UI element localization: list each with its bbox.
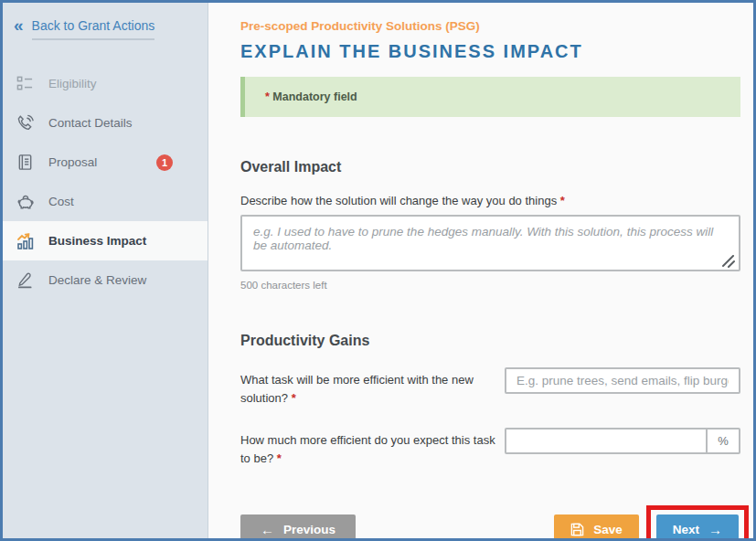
percent-unit-addon: % [706, 430, 739, 452]
overall-impact-textarea[interactable] [240, 215, 740, 271]
save-button[interactable]: Save [554, 514, 639, 541]
required-asterisk: * [560, 194, 565, 207]
sidebar-menu: Eligibility Contact Details [3, 64, 208, 300]
sidebar-item-proposal[interactable]: Proposal 1 [3, 143, 208, 182]
arrow-right-icon: → [708, 522, 722, 537]
task-efficiency-input[interactable] [505, 367, 740, 394]
task-efficiency-label: What task will be more efficient with th… [240, 367, 505, 408]
sidebar-item-declare-review[interactable]: Declare & Review [3, 260, 208, 300]
back-to-grant-actions-link[interactable]: « Back to Grant Actions [3, 3, 208, 49]
mandatory-field-banner: * Mandatory field [240, 77, 740, 117]
next-button-label: Next [673, 523, 699, 536]
form-footer: ← Previous Save Next → [240, 514, 740, 541]
efficiency-percent-input[interactable] [506, 430, 706, 452]
bar-chart-icon [16, 231, 35, 250]
overall-impact-label: Describe how the solution will change th… [240, 194, 740, 207]
previous-button-label: Previous [283, 523, 335, 536]
main-content: Pre-scoped Productivity Solutions (PSG) … [208, 3, 753, 538]
previous-button[interactable]: ← Previous [240, 514, 356, 541]
sidebar: « Back to Grant Actions Eligibility [3, 3, 208, 538]
banner-text: Mandatory field [272, 90, 357, 103]
piggy-bank-icon [16, 192, 35, 211]
sidebar-item-label: Contact Details [48, 116, 133, 130]
sidebar-item-label: Cost [48, 195, 74, 208]
notification-badge: 1 [156, 154, 173, 171]
page-title: EXPLAIN THE BUSINESS IMPACT [240, 41, 740, 62]
required-asterisk: * [265, 90, 270, 103]
overall-impact-heading: Overall Impact [240, 159, 740, 175]
arrow-left-icon: ← [261, 522, 274, 537]
back-link-label: Back to Grant Actions [32, 16, 155, 40]
sidebar-item-label: Declare & Review [48, 273, 146, 287]
double-chevron-left-icon: « [14, 16, 24, 35]
task-efficiency-row: What task will be more efficient with th… [240, 367, 740, 408]
overall-impact-field-wrap [240, 215, 740, 275]
sidebar-item-label: Eligibility [48, 77, 97, 90]
pen-icon [16, 270, 35, 290]
program-name: Pre-scoped Productivity Solutions (PSG) [240, 19, 740, 33]
sidebar-item-eligibility[interactable]: Eligibility [3, 64, 208, 103]
sidebar-item-label: Business Impact [48, 234, 146, 248]
floppy-disk-icon [570, 523, 584, 536]
annotation-highlight-box: Next → [646, 505, 749, 541]
app-window: « Back to Grant Actions Eligibility [0, 0, 756, 541]
efficiency-percent-row: How much more efficient do you expect th… [240, 428, 740, 468]
save-button-label: Save [593, 523, 623, 536]
characters-left-counter: 500 characters left [240, 280, 740, 291]
efficiency-percent-field: % [505, 428, 740, 454]
resize-handle-icon[interactable] [722, 255, 735, 268]
sidebar-item-cost[interactable]: Cost [3, 182, 208, 221]
next-button[interactable]: Next → [656, 514, 739, 541]
sidebar-item-label: Proposal [48, 155, 97, 169]
checklist-icon [16, 74, 35, 93]
required-asterisk: * [277, 451, 282, 465]
phone-icon [16, 113, 35, 133]
required-asterisk: * [292, 391, 296, 405]
sidebar-item-contact-details[interactable]: Contact Details [3, 103, 208, 143]
sidebar-item-business-impact[interactable]: Business Impact [3, 221, 208, 260]
document-icon [16, 153, 35, 172]
efficiency-percent-label: How much more efficient do you expect th… [240, 428, 505, 468]
productivity-gains-heading: Productivity Gains [240, 333, 740, 349]
